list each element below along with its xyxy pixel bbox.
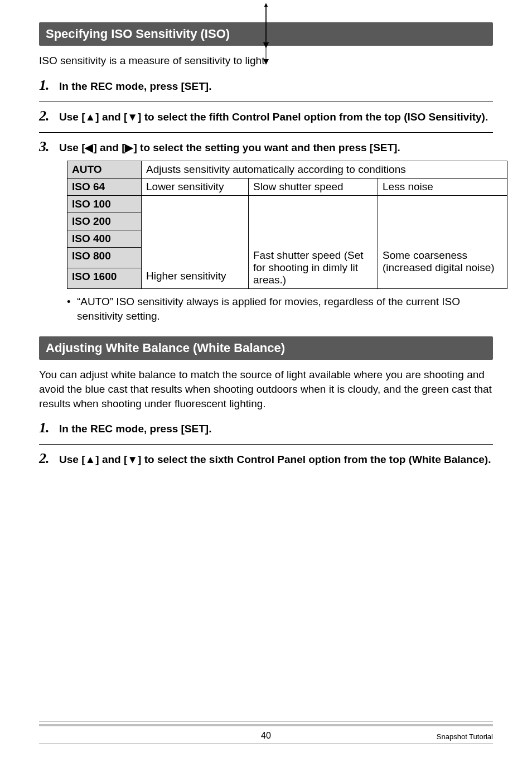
step-number: 2. bbox=[39, 450, 54, 467]
shutter-arrow-cell bbox=[249, 195, 378, 247]
shutter-top: Slow shutter speed bbox=[249, 178, 378, 195]
iso-auto-desc: Adjusts sensitivity automatically accord… bbox=[142, 161, 507, 178]
step-number: 2. bbox=[39, 108, 54, 124]
bullet-icon: • bbox=[67, 295, 72, 323]
page-footer: 40 Snapshot Tutorial bbox=[39, 724, 493, 744]
step-text: In the REC mode, press [SET]. bbox=[59, 422, 211, 436]
iso-label: ISO 100 bbox=[67, 195, 142, 213]
step-text: Use [▲] and [▼] to select the fifth Cont… bbox=[59, 110, 488, 124]
text-mid: ] and [ bbox=[93, 142, 125, 153]
iso-table: AUTO Adjusts sensitivity automatically a… bbox=[67, 161, 507, 290]
step-text: Use [◀] and [▶] to select the setting yo… bbox=[59, 141, 400, 155]
iso-label: ISO 400 bbox=[67, 230, 142, 247]
iso-label: ISO 64 bbox=[67, 178, 142, 195]
text-suffix: ] to select the sixth Control Panel opti… bbox=[138, 454, 491, 465]
table-row: ISO 64 Lower sensitivity Slow shutter sp… bbox=[67, 178, 507, 195]
text-prefix: Use [ bbox=[59, 111, 85, 123]
sensitivity-bot: Higher sensitivity bbox=[142, 268, 249, 288]
svg-marker-8 bbox=[264, 3, 268, 7]
iso-auto-label: AUTO bbox=[67, 161, 142, 178]
left-triangle-icon: ◀ bbox=[85, 142, 93, 153]
step-text: In the REC mode, press [SET]. bbox=[59, 79, 211, 94]
table-row: ISO 800 Fast shutter speed (Set for shoo… bbox=[67, 247, 507, 268]
wb-intro: You can adjust white balance to match th… bbox=[39, 368, 493, 411]
up-triangle-icon: ▲ bbox=[85, 111, 95, 123]
noise-arrow-cell bbox=[378, 195, 507, 247]
page-number: 40 bbox=[261, 731, 271, 741]
iso-note: • “AUTO” ISO sensitivity always is appli… bbox=[67, 295, 493, 323]
step-iso-1: 1. In the REC mode, press [SET]. bbox=[39, 77, 493, 102]
text-prefix: Use [ bbox=[59, 142, 85, 153]
text-mid: ] and [ bbox=[95, 454, 127, 465]
step-iso-2: 2. Use [▲] and [▼] to select the fifth C… bbox=[39, 108, 493, 133]
step-number: 1. bbox=[39, 77, 54, 94]
svg-marker-1 bbox=[263, 59, 269, 65]
text-suffix: ] to select the setting you want and the… bbox=[133, 142, 400, 153]
table-row: AUTO Adjusts sensitivity automatically a… bbox=[67, 161, 507, 178]
right-triangle-icon: ▶ bbox=[125, 142, 133, 153]
noise-bot: Some coarseness (increased digital noise… bbox=[378, 247, 507, 289]
step-iso-3: 3. Use [◀] and [▶] to select the setting… bbox=[39, 138, 493, 324]
step-wb-1: 1. In the REC mode, press [SET]. bbox=[39, 420, 493, 445]
iso-label: ISO 200 bbox=[67, 213, 142, 230]
text-suffix: ] to select the fifth Control Panel opti… bbox=[138, 111, 488, 123]
down-arrow-icon bbox=[262, 3, 270, 48]
section-title-wb: Adjusting White Balance (White Balance) bbox=[39, 336, 493, 360]
step-wb-2: 2. Use [▲] and [▼] to select the sixth C… bbox=[39, 450, 493, 467]
step-text: Use [▲] and [▼] to select the sixth Cont… bbox=[59, 452, 491, 467]
down-triangle-icon: ▼ bbox=[127, 454, 138, 465]
svg-marker-7 bbox=[263, 42, 269, 48]
step-number: 1. bbox=[39, 420, 54, 436]
step-number: 3. bbox=[39, 138, 54, 155]
sensitivity-top: Lower sensitivity bbox=[142, 178, 249, 195]
up-triangle-icon: ▲ bbox=[85, 454, 95, 465]
iso-label: ISO 800 bbox=[67, 247, 142, 268]
iso-label: ISO 1600 bbox=[67, 268, 142, 288]
table-row: ISO 100 bbox=[67, 195, 507, 213]
note-text: “AUTO” ISO sensitivity always is applied… bbox=[77, 295, 493, 323]
sensitivity-arrow-cell bbox=[142, 195, 249, 268]
shutter-bot: Fast shutter speed (Set for shooting in … bbox=[249, 247, 378, 289]
text-mid: ] and [ bbox=[95, 111, 127, 123]
footer-section: Snapshot Tutorial bbox=[437, 732, 493, 741]
noise-top: Less noise bbox=[378, 178, 507, 195]
down-triangle-icon: ▼ bbox=[127, 111, 138, 123]
text-prefix: Use [ bbox=[59, 454, 85, 465]
